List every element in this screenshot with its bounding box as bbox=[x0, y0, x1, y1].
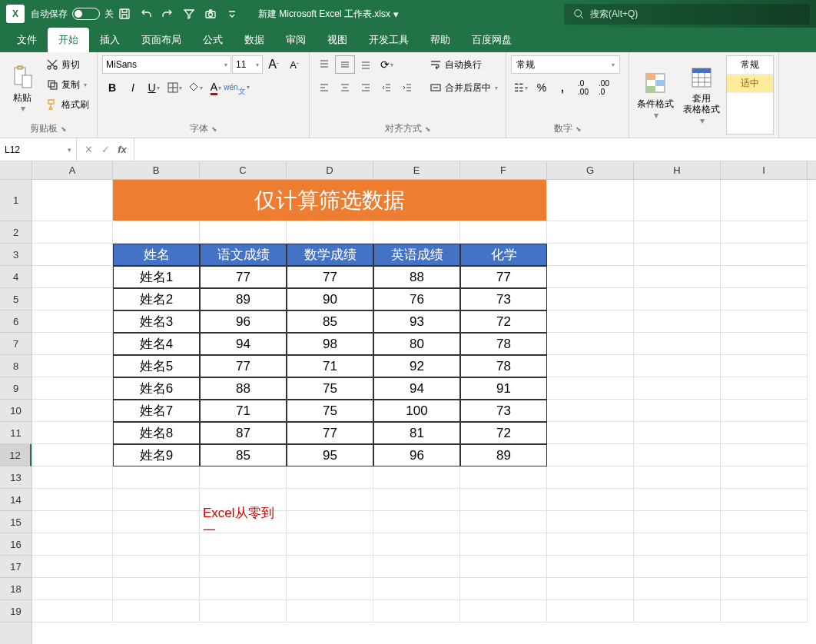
cell-A8[interactable] bbox=[32, 355, 113, 377]
cell-F4[interactable]: 77 bbox=[460, 266, 547, 288]
menu-tab-公式[interactable]: 公式 bbox=[192, 28, 234, 52]
cell-E18[interactable] bbox=[373, 578, 460, 600]
cell-B19[interactable] bbox=[113, 600, 200, 622]
font-name-select[interactable]: MiSans▾ bbox=[102, 55, 231, 74]
cell-I4[interactable] bbox=[721, 266, 808, 288]
cell-E19[interactable] bbox=[373, 600, 460, 622]
cell-D9[interactable]: 75 bbox=[287, 377, 373, 400]
menu-tab-页面布局[interactable]: 页面布局 bbox=[131, 28, 192, 52]
cell-G17[interactable] bbox=[547, 556, 634, 578]
cell-H15[interactable] bbox=[634, 511, 721, 533]
cell-E10[interactable]: 100 bbox=[373, 400, 460, 422]
fill-color-button[interactable]: ▾ bbox=[185, 78, 205, 97]
cell-F6[interactable]: 72 bbox=[460, 310, 547, 333]
cell-A7[interactable] bbox=[32, 333, 113, 355]
comma-icon[interactable]: , bbox=[552, 78, 572, 97]
cell-G15[interactable] bbox=[547, 511, 634, 533]
cell-B15[interactable] bbox=[113, 511, 200, 533]
cell-E3[interactable]: 英语成绩 bbox=[373, 244, 460, 266]
cell-D6[interactable]: 85 bbox=[287, 310, 373, 333]
increase-decimal-icon[interactable]: .0.00 bbox=[573, 78, 593, 97]
cell-I1[interactable] bbox=[721, 180, 808, 221]
select-all-corner[interactable] bbox=[0, 161, 32, 180]
cell-G13[interactable] bbox=[547, 466, 634, 489]
cell-D7[interactable]: 98 bbox=[287, 333, 373, 355]
col-header-C[interactable]: C bbox=[200, 161, 287, 179]
cell-B8[interactable]: 姓名5 bbox=[113, 355, 200, 377]
cell-D14[interactable] bbox=[287, 489, 373, 511]
orientation-icon[interactable]: ⟳▾ bbox=[376, 55, 396, 74]
cell-I5[interactable] bbox=[721, 288, 808, 310]
cell-H3[interactable] bbox=[634, 244, 721, 266]
cell-E6[interactable]: 93 bbox=[373, 310, 460, 333]
cell-G2[interactable] bbox=[547, 221, 634, 244]
cell-C7[interactable]: 94 bbox=[200, 333, 287, 355]
cell-H19[interactable] bbox=[634, 600, 721, 622]
cut-button[interactable]: 剪切 bbox=[43, 55, 92, 74]
cell-B10[interactable]: 姓名7 bbox=[113, 400, 200, 422]
cell-F15[interactable] bbox=[460, 511, 547, 533]
cell-A4[interactable] bbox=[32, 266, 113, 288]
align-right-icon[interactable] bbox=[356, 78, 376, 97]
row-header-3[interactable]: 3 bbox=[0, 244, 32, 266]
cell-E16[interactable] bbox=[373, 533, 460, 556]
cell-D3[interactable]: 数学成绩 bbox=[287, 244, 373, 266]
underline-button[interactable]: U▾ bbox=[144, 78, 164, 97]
format-table-button[interactable]: 套用 表格格式▾ bbox=[680, 55, 723, 134]
cell-D16[interactable] bbox=[287, 533, 373, 556]
cell-A9[interactable] bbox=[32, 377, 113, 400]
cell-F8[interactable]: 78 bbox=[460, 355, 547, 377]
cell-H11[interactable] bbox=[634, 422, 721, 444]
cell-A6[interactable] bbox=[32, 310, 113, 333]
menu-tab-数据[interactable]: 数据 bbox=[234, 28, 275, 52]
cancel-formula-icon[interactable]: ✕ bbox=[80, 144, 97, 155]
border-button[interactable]: ▾ bbox=[164, 78, 184, 97]
decrease-font-icon[interactable]: Aˇ bbox=[284, 55, 304, 74]
phonetic-button[interactable]: wén文▾ bbox=[227, 78, 247, 97]
decrease-decimal-icon[interactable]: .00.0 bbox=[594, 78, 614, 97]
cell-I9[interactable] bbox=[721, 377, 808, 400]
cell-B11[interactable]: 姓名8 bbox=[113, 422, 200, 444]
cell-A10[interactable] bbox=[32, 400, 113, 422]
bold-button[interactable]: B bbox=[102, 78, 122, 97]
cell-B4[interactable]: 姓名1 bbox=[113, 266, 200, 288]
cell-C11[interactable]: 87 bbox=[200, 422, 287, 444]
cell-C15[interactable]: Excel从零到一 bbox=[200, 511, 287, 533]
cell-H9[interactable] bbox=[634, 377, 721, 400]
cell-E2[interactable] bbox=[373, 221, 460, 244]
copy-button[interactable]: 复制▾ bbox=[43, 75, 92, 94]
cell-D5[interactable]: 90 bbox=[287, 288, 373, 310]
cell-H2[interactable] bbox=[634, 221, 721, 244]
cell-B5[interactable]: 姓名2 bbox=[113, 288, 200, 310]
cell-B3[interactable]: 姓名 bbox=[113, 244, 200, 266]
cell-H4[interactable] bbox=[634, 266, 721, 288]
cell-C3[interactable]: 语文成绩 bbox=[200, 244, 287, 266]
cell-I17[interactable] bbox=[721, 556, 808, 578]
cell-I16[interactable] bbox=[721, 533, 808, 556]
cell-A5[interactable] bbox=[32, 288, 113, 310]
fx-icon[interactable]: fx bbox=[114, 144, 131, 155]
cell-C5[interactable]: 89 bbox=[200, 288, 287, 310]
col-header-I[interactable]: I bbox=[721, 161, 808, 179]
row-header-4[interactable]: 4 bbox=[0, 266, 32, 288]
cell-C17[interactable] bbox=[200, 556, 287, 578]
menu-tab-开始[interactable]: 开始 bbox=[48, 28, 89, 52]
cell-F13[interactable] bbox=[460, 466, 547, 489]
cell-A2[interactable] bbox=[32, 221, 113, 244]
align-top-icon[interactable] bbox=[314, 55, 334, 74]
cell-D18[interactable] bbox=[287, 578, 373, 600]
cell-H8[interactable] bbox=[634, 355, 721, 377]
qat-more-icon[interactable] bbox=[221, 3, 243, 25]
menu-tab-插入[interactable]: 插入 bbox=[89, 28, 131, 52]
row-header-13[interactable]: 13 bbox=[0, 466, 32, 489]
cell-F12[interactable]: 89 bbox=[460, 444, 547, 466]
cell-C10[interactable]: 71 bbox=[200, 400, 287, 422]
cell-I8[interactable] bbox=[721, 355, 808, 377]
cell-B16[interactable] bbox=[113, 533, 200, 556]
cell-F19[interactable] bbox=[460, 600, 547, 622]
menu-tab-开发工具[interactable]: 开发工具 bbox=[358, 28, 420, 52]
col-header-D[interactable]: D bbox=[287, 161, 373, 179]
cell-styles-gallery[interactable]: 常规 适中 bbox=[726, 55, 774, 134]
cell-D2[interactable] bbox=[287, 221, 373, 244]
cell-E17[interactable] bbox=[373, 556, 460, 578]
